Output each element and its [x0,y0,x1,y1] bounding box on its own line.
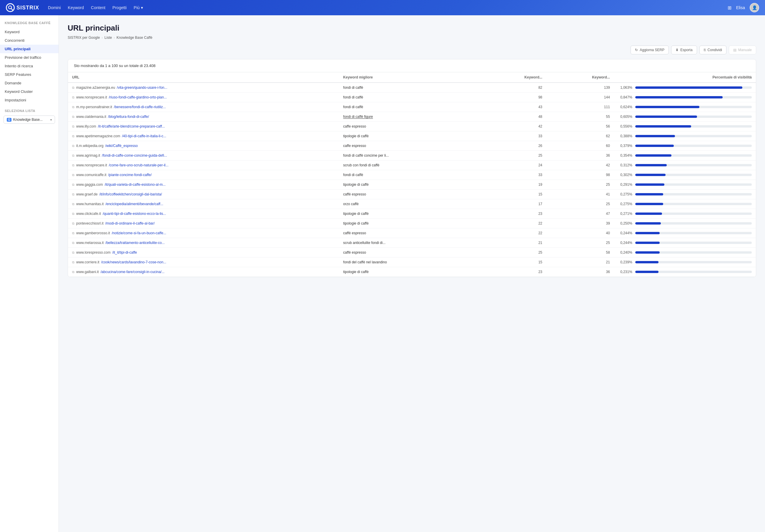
vis-bar-bg [635,144,752,147]
external-link-icon: ⧉ [72,86,74,90]
sidebar-item-keyword-cluster[interactable]: Keyword Cluster [0,87,59,96]
url-path[interactable]: /abcucina/come-fare/consigli-in-cucina/.… [101,270,165,274]
sidebar-item-keyword[interactable]: Keyword [0,28,59,36]
url-path[interactable]: /enciclopedia/alimenti/bevande/caff... [105,202,163,206]
url-domain: www.corriere.it [76,260,99,264]
visibility-cell: 0,312% [614,160,756,170]
kw2-cell: 111 [546,102,614,112]
vis-bar-bg [635,174,752,176]
aggiorna-serp-button[interactable]: ↻ Aggiorna SERP [630,46,669,54]
url-path[interactable]: /bellezza/trattamento-anticellulite-co..… [105,241,165,245]
kw1-cell: 42 [479,122,546,132]
url-path[interactable]: /it/quali-varieta-di-caffe-esistono-al-m… [105,182,166,187]
visibility-cell: 0,250% [614,219,756,228]
download-icon: ⬇ [676,48,678,52]
url-path[interactable]: /blog/lettura-fondi-di-caffe/ [108,115,149,119]
vis-pct: 0,271% [618,212,632,216]
vis-bar-fill [635,174,666,176]
main-nav: Domini Keyword Content Progetti Più ▾ [48,5,719,10]
visibility-cell: 0,556% [614,122,756,132]
col-vis: Percentuale di visibilità [614,72,756,83]
external-link-icon: ⧉ [72,173,74,177]
vis-bar-bg [635,164,752,166]
visibility-cell: 0,302% [614,170,756,180]
url-path[interactable]: /benessere/fondi-di-caffe-riutiliz... [114,105,166,109]
url-path[interactable]: /modi-di-ordinare-il-caffe-al-bar/ [105,221,155,225]
manuale-button[interactable]: ▤ Manuale [729,46,756,54]
url-path[interactable]: /fondi-di-caffe-come-concime-guida-defi.… [102,153,167,157]
url-cell: ⧉ www.melarossa.it/bellezza/trattamento-… [72,241,184,245]
keyword-best-cell: fondi di caffè concime per li... [339,151,479,160]
sidebar-section-title: KNOWLEDGE BASE CAFFÈ [0,21,59,28]
table-row: ⧉ www.graef.de/it/info/coffeekitchen/con… [68,189,756,199]
vis-bar-fill [635,232,660,234]
url-path[interactable]: /riuso-fondi-caffe-giardino-orto-pian... [109,95,167,99]
nav-domini[interactable]: Domini [48,5,61,10]
vis-bar-bg [635,135,752,137]
external-link-icon: ⧉ [72,183,74,187]
nav-keyword[interactable]: Keyword [68,5,84,10]
external-link-icon: ⧉ [72,202,74,206]
url-path[interactable]: /it_it/tipi-di-caffe [112,250,137,255]
logo[interactable]: SISTRIX [6,3,39,12]
sidebar-item-concorrenti[interactable]: Concorrenti [0,36,59,45]
vis-bar-bg [635,116,752,118]
vis-bar-fill [635,154,671,157]
keyword-best-value: caffe espresso [343,124,366,129]
sidebar-item-domande[interactable]: Domande [0,79,59,87]
sidebar-item-url-principali[interactable]: URL principali [0,45,59,53]
kw2-cell: 21 [546,257,614,267]
vis-bar-fill [635,271,658,273]
external-link-icon: ⧉ [72,241,74,245]
kw1-cell: 98 [479,93,546,102]
url-path[interactable]: /it/info/coffeekitchen/consigli-dal-bari… [99,192,162,196]
url-path[interactable]: /piante-concime-fondi-caffe/ [108,173,152,177]
manual-icon: ▤ [733,48,736,52]
url-path[interactable]: /come-fare-uno-scrub-naturale-per-il... [109,163,169,167]
url-cell: ⧉ www.apetimemagazine.com/40-tipi-di-caf… [72,134,184,138]
grid-icon[interactable]: ⊞ [728,5,731,11]
visibility-cell: 0,847% [614,93,756,102]
vis-pct: 0,275% [618,202,632,206]
kw1-cell: 48 [479,112,546,122]
url-cell: ⧉ www.nonsprecare.it/riuso-fondi-caffe-g… [72,95,184,99]
url-domain: www.humanitas.it [76,202,104,206]
avatar[interactable]: 👤 [750,3,759,12]
keyword-best-cell: caffè espresso [339,189,479,199]
condividi-button[interactable]: ⎘ Condividi [699,46,726,54]
url-path[interactable]: /notizie/come-si-fa-un-buon-caffe... [112,231,166,235]
url-path[interactable]: /40-tipi-di-caffe-in-italia-li-c... [122,134,166,138]
url-domain: www.melarossa.it [76,241,104,245]
table-row: ⧉ pontevecchiosrl.it/modi-di-ordinare-il… [68,219,756,228]
keyword-best-cell: fondi di caffè [339,93,479,102]
table-row: ⧉ www.comunicaffe.it/piante-concime-fond… [68,170,756,180]
vis-bar-fill [635,251,660,254]
url-path[interactable]: /quanti-tipi-di-caffe-esistono-ecco-la-l… [103,212,166,216]
sidebar-item-impostazioni[interactable]: Impostazioni [0,96,59,104]
sidebar-item-previsione-traffico[interactable]: Previsione del traffico [0,53,59,62]
breadcrumb-liste[interactable]: Liste [104,36,112,40]
vis-bar-fill [635,87,742,89]
vis-bar-bg [635,125,752,128]
lista-select[interactable]: G Knowledge Base... ▾ [4,116,55,124]
sidebar-item-intento-ricerca[interactable]: Intento di ricerca [0,62,59,70]
esporta-button[interactable]: ⬇ Esporta [671,46,697,54]
nav-progetti[interactable]: Progetti [112,5,127,10]
sidebar-item-serp-features[interactable]: SERP Features [0,70,59,79]
url-path[interactable]: /vita-green/quando-usare-i-fon... [117,86,167,90]
url-path[interactable]: /wiki/Caffè_espresso [105,144,138,148]
table-row: ⧉ it.m.wikipedia.org/wiki/Caffè_espresso… [68,141,756,151]
vis-pct: 0,847% [618,95,632,99]
url-domain: www.apetimemagazine.com [76,134,120,138]
url-cell: ⧉ www.cialdemania.it/blog/lettura-fondi-… [72,115,184,119]
keyword-best-cell: fondi del caffè nel lavandino [339,257,479,267]
vis-bar-fill [635,164,667,166]
keyword-best-value: caffè espresso [343,192,366,196]
url-path[interactable]: /it-it/caffe/arte-blend/come-preparare-c… [98,124,165,129]
nav-content[interactable]: Content [91,5,105,10]
url-path[interactable]: /cook/news/cards/lavandino-7-cose-non... [101,260,166,264]
kw1-cell: 22 [479,219,546,228]
vis-pct: 0,624% [618,105,632,109]
nav-piu[interactable]: Più ▾ [134,5,143,10]
breadcrumb-sistrix[interactable]: SISTRIX per Google [68,36,100,40]
